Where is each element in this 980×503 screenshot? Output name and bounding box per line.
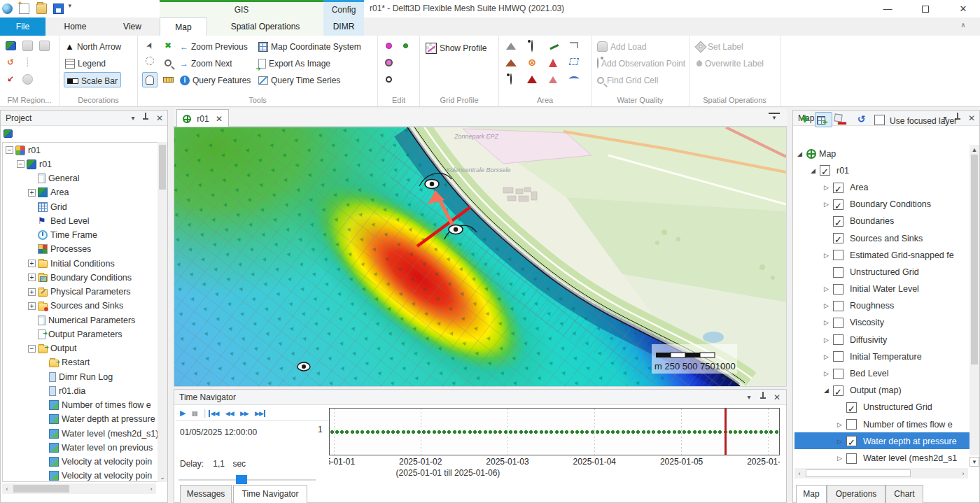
map-hscrollbar[interactable]: ‹ › (794, 468, 968, 479)
layer-checkbox[interactable] (833, 216, 844, 227)
set-label-button[interactable]: Set Label (696, 38, 743, 54)
zoom-in-icon[interactable] (160, 55, 176, 71)
tree-item[interactable]: −Output (3, 341, 158, 355)
tree-expander[interactable]: ▷ (824, 196, 833, 213)
tree-expander[interactable]: ◢ (824, 382, 833, 399)
tree-expander[interactable]: − (6, 146, 13, 154)
flip-arrow-icon[interactable]: ↙ (3, 72, 18, 87)
reverse-line-icon[interactable]: ↺ (3, 55, 18, 71)
tree-item[interactable]: ▷Estimated Grid-snapped fe (794, 246, 969, 263)
tn-current-time-cursor[interactable] (724, 409, 727, 455)
play-icon[interactable]: ▶ (180, 409, 185, 418)
structure-cone-icon[interactable] (545, 55, 561, 71)
tree-item[interactable]: +Area (3, 185, 158, 199)
scroll-down-button[interactable]: ▼ (969, 457, 979, 467)
dry-area-icon[interactable] (503, 55, 519, 71)
observation-point-icon[interactable] (449, 225, 463, 234)
refresh-layers-icon[interactable]: ↺ (853, 112, 870, 127)
legend-button[interactable]: Legend (65, 55, 106, 71)
layer-checkbox[interactable] (833, 233, 844, 243)
tree-expander[interactable]: ▷ (837, 433, 846, 450)
source-sink-icon[interactable]: ⊗ (524, 55, 540, 71)
delay-slider-handle[interactable] (236, 475, 247, 484)
quick-access-dropdown-icon[interactable]: ▾ (68, 2, 71, 9)
restore-button[interactable] (909, 0, 941, 18)
zoom-next-button[interactable]: →Zoom Next (180, 55, 232, 71)
add-grid-layer-icon[interactable]: ✚ (815, 112, 832, 127)
tab-chart[interactable]: Chart (886, 485, 923, 503)
tree-item[interactable]: ▷Boundary Conditions (794, 196, 969, 213)
tree-item[interactable]: ▷Area (794, 178, 969, 195)
close-button[interactable]: ✕ (947, 0, 979, 18)
layer-checkbox[interactable] (833, 334, 844, 345)
tree-item[interactable]: −r01 (3, 157, 158, 171)
select-circle-icon[interactable] (142, 55, 158, 71)
scroll-down-icon[interactable]: ⌄ (158, 474, 167, 481)
time-navigator-chart[interactable] (329, 408, 780, 455)
map-vscrollbar[interactable]: ▲ (969, 145, 979, 455)
layer-checkbox[interactable] (833, 199, 844, 210)
project-collapse-all-icon[interactable] (4, 128, 16, 139)
tree-item[interactable]: Velocity at velocity poin (3, 469, 158, 482)
tn-dropdown-icon[interactable]: ▾ (743, 390, 755, 405)
scroll-left-icon[interactable]: ‹ (796, 470, 803, 477)
add-load-button[interactable]: Add Load (597, 38, 646, 54)
scroll-right-icon[interactable]: › (148, 486, 155, 493)
layer-checkbox[interactable] (833, 318, 844, 328)
tree-item[interactable]: +Boundary Conditions (3, 270, 158, 284)
tree-item[interactable]: −r01 (3, 143, 158, 157)
minimize-button[interactable]: — (872, 0, 904, 18)
tree-item[interactable]: Velocity at velocity poin (3, 455, 158, 469)
tree-item[interactable]: Water level on previous (3, 440, 158, 454)
tree-item[interactable]: ◢Output (map) (794, 382, 969, 399)
layer-checkbox[interactable] (846, 419, 857, 430)
tree-expander[interactable]: + (28, 288, 36, 296)
layer-checkbox[interactable] (846, 453, 857, 464)
tab-map-panel[interactable]: Map (796, 485, 827, 503)
tree-item[interactable]: Unstructured Grid (794, 399, 969, 416)
observation-point-icon[interactable] (298, 362, 310, 371)
tree-expander[interactable]: ▷ (837, 450, 846, 467)
polygon-icon[interactable] (566, 55, 582, 71)
land-boundary-icon[interactable] (503, 38, 519, 54)
tree-expander[interactable]: ▷ (824, 332, 833, 348)
save-icon[interactable] (53, 3, 64, 14)
tree-item[interactable]: Dimr Run Log (3, 369, 158, 383)
tree-item[interactable]: +Sources and Sinks (3, 299, 158, 313)
overwrite-label-button[interactable]: Overwrite Label (696, 55, 764, 71)
observation-point-icon[interactable] (425, 180, 439, 189)
tree-expander[interactable]: ▷ (824, 365, 833, 382)
layer-checkbox[interactable] (833, 284, 844, 295)
pause-icon[interactable]: ▮▮ (192, 410, 197, 417)
tree-item[interactable]: ▷Water depth at pressure (794, 432, 969, 449)
tree-item[interactable]: Sources and Sinks (794, 229, 969, 246)
tree-expander[interactable]: + (28, 189, 36, 197)
tree-expander[interactable]: ▷ (824, 297, 833, 314)
map-panel-close-icon[interactable]: ✕ (965, 111, 978, 126)
step-forward-icon[interactable]: ▶▶ (240, 410, 248, 417)
tree-item[interactable]: Output Parameters (3, 327, 158, 341)
add-node-icon[interactable] (381, 55, 396, 71)
layer-checkbox[interactable] (846, 436, 857, 446)
thin-dam-icon[interactable] (524, 38, 540, 54)
use-focused-layer-checkbox[interactable] (874, 115, 885, 125)
layer-checkbox[interactable] (833, 351, 844, 362)
fixed-weir-icon[interactable] (545, 38, 561, 54)
tree-item[interactable]: ▷Water level (mesh2d_s1 (794, 449, 969, 466)
tree-item[interactable]: ▷Viscosity (794, 314, 969, 331)
north-arrow-button[interactable]: ▲North Arrow (65, 38, 121, 54)
layer-checkbox[interactable] (833, 267, 844, 278)
scroll-right-icon[interactable]: › (960, 470, 967, 477)
tree-item[interactable]: Processes (3, 242, 158, 256)
tree-item[interactable]: ◢r01 (794, 162, 969, 178)
tab-file[interactable]: File (0, 17, 46, 36)
tree-item[interactable]: Numerical Parameters (3, 313, 158, 327)
tree-expander[interactable]: ▷ (824, 179, 833, 196)
find-grid-cell-button[interactable]: Find Grid Cell (597, 72, 658, 87)
scale-bar-button[interactable]: Scale Bar (64, 72, 121, 87)
document-list-dropdown-icon[interactable]: ▾ (769, 113, 780, 122)
tab-view[interactable]: View (105, 17, 160, 36)
tree-item[interactable]: Water depth at pressure (3, 412, 158, 426)
fm-region-icon[interactable] (3, 38, 18, 54)
tree-item[interactable]: General (3, 171, 158, 185)
